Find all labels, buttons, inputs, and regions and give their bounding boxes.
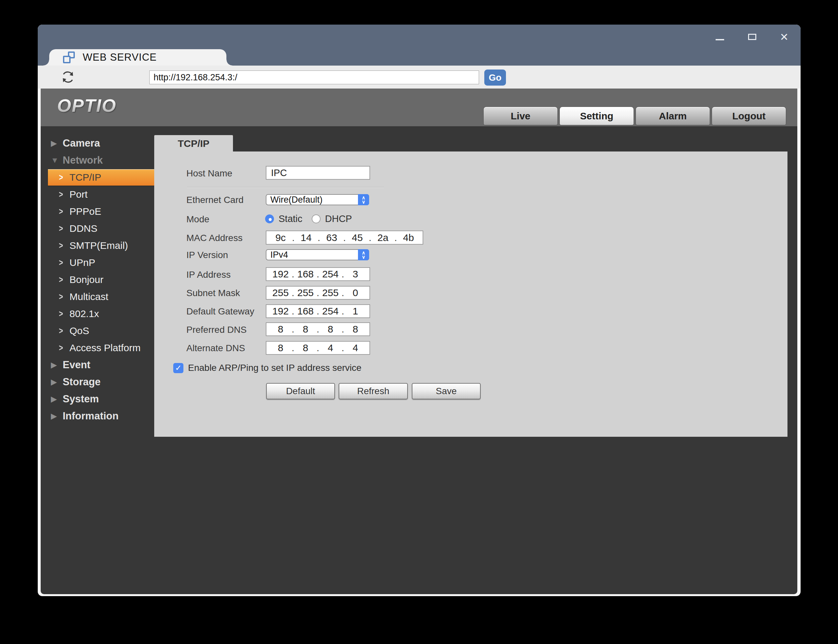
chevron-right-icon: >: [59, 309, 63, 319]
browser-toolbar: Go: [38, 66, 800, 89]
close-icon: ✕: [780, 32, 789, 42]
tcpip-settings-panel: Host Name Ethernet Card Wire(Default) ∧∨…: [154, 151, 787, 437]
nav-logout-button[interactable]: Logout: [712, 107, 786, 125]
default-gateway-input[interactable]: 192. 168. 254. 1: [266, 304, 370, 318]
window-controls: ✕: [715, 25, 789, 49]
tab-tcpip[interactable]: TCP/IP: [154, 135, 233, 152]
triangle-down-icon: ▼: [51, 156, 59, 165]
sidebar-item-system[interactable]: ▶ System: [41, 391, 154, 407]
row-divider: [187, 187, 384, 187]
mac-address-label: MAC Address: [186, 233, 242, 243]
sidebar-item-8021x[interactable]: > 802.1x: [48, 306, 154, 322]
default-gateway-label: Default Gateway: [186, 306, 254, 317]
chevron-right-icon: >: [59, 292, 63, 302]
chevron-right-icon: >: [59, 343, 63, 353]
arp-ping-checkbox[interactable]: ✓: [173, 363, 183, 373]
chevron-right-icon: >: [59, 241, 63, 251]
go-button[interactable]: Go: [484, 69, 506, 85]
nav-setting-button[interactable]: Setting: [560, 107, 634, 125]
arp-ping-row: ✓ Enable ARP/Ping to set IP address serv…: [173, 363, 362, 373]
chevron-right-icon: >: [59, 207, 63, 217]
check-icon: ✓: [175, 363, 181, 373]
brand-logo: OPTIO: [57, 95, 117, 116]
sidebar-item-bonjour[interactable]: > Bonjour: [48, 271, 154, 288]
save-button[interactable]: Save: [412, 383, 481, 399]
sidebar-item-network[interactable]: ▼ Network: [41, 152, 154, 169]
window-titlebar: ✕: [38, 25, 800, 49]
ethernet-card-label: Ethernet Card: [186, 195, 244, 205]
nav-live-button[interactable]: Live: [483, 107, 558, 125]
triangle-right-icon: ▶: [51, 394, 59, 404]
refresh-button[interactable]: [60, 69, 76, 85]
close-button[interactable]: ✕: [780, 33, 789, 42]
page-header: OPTIO Live Setting Alarm Logout: [41, 89, 797, 126]
sidebar-item-tcpip[interactable]: > TCP/IP: [48, 169, 154, 186]
mode-label: Mode: [186, 214, 209, 225]
nav-alarm-button[interactable]: Alarm: [635, 107, 710, 125]
triangle-right-icon: ▶: [51, 139, 59, 148]
select-spinner-icon: ∧∨: [358, 194, 369, 205]
triangle-right-icon: ▶: [51, 412, 59, 421]
minimize-icon: [716, 39, 724, 40]
maximize-button[interactable]: [747, 33, 757, 42]
radio-dhcp-label: DHCP: [325, 214, 352, 224]
maximize-icon: [748, 34, 756, 40]
refresh-settings-button[interactable]: Refresh: [339, 383, 408, 399]
chevron-right-icon: >: [59, 275, 63, 285]
ip-address-input[interactable]: 192. 168. 254. 3: [266, 267, 370, 281]
browser-tab[interactable]: WEB SERVICE: [49, 49, 226, 66]
subnet-mask-input[interactable]: 255. 255. 255. 0: [266, 286, 370, 300]
sidebar-item-port[interactable]: > Port: [48, 186, 154, 203]
sidebar-item-smtp[interactable]: > SMTP(Email): [48, 237, 154, 254]
minimize-button[interactable]: [715, 33, 724, 42]
host-name-input[interactable]: [266, 166, 370, 180]
preferred-dns-input[interactable]: 8. 8. 8. 8: [266, 322, 370, 336]
url-input[interactable]: [149, 71, 479, 84]
radio-static[interactable]: [265, 214, 274, 223]
ip-address-label: IP Address: [186, 269, 230, 280]
pages-icon: [63, 51, 75, 63]
radio-dhcp[interactable]: [312, 214, 321, 223]
sidebar-item-pppoe[interactable]: > PPPoE: [48, 203, 154, 220]
browser-tabstrip: WEB SERVICE: [38, 49, 800, 66]
mac-address-input[interactable]: 9c. 14. 63. 45. 2a. 4b: [266, 230, 423, 245]
sidebar-item-access-platform[interactable]: > Access Platform: [48, 340, 154, 356]
mode-radio-group: Static DHCP: [265, 214, 361, 223]
sidebar-item-ddns[interactable]: > DDNS: [48, 220, 154, 237]
sidebar-item-upnp[interactable]: > UPnP: [48, 255, 154, 271]
alternate-dns-input[interactable]: 8. 8. 4. 4: [266, 341, 370, 355]
sidebar-item-camera[interactable]: ▶ Camera: [41, 135, 154, 152]
alternate-dns-label: Alternate DNS: [186, 343, 245, 353]
chevron-right-icon: >: [59, 223, 63, 234]
ip-version-label: IP Version: [186, 250, 228, 260]
chevron-right-icon: >: [59, 258, 63, 268]
sidebar-item-storage[interactable]: ▶ Storage: [41, 373, 154, 391]
tab-title: WEB SERVICE: [83, 51, 157, 63]
triangle-right-icon: ▶: [51, 360, 59, 370]
sidebar-item-event[interactable]: ▶ Event: [41, 356, 154, 373]
triangle-right-icon: ▶: [51, 378, 59, 387]
settings-sidebar: ▶ Camera ▼ Network > TCP/IP > Port > P: [41, 135, 154, 425]
chevron-right-icon: >: [59, 189, 63, 200]
chevron-right-icon: >: [59, 326, 63, 336]
web-page: OPTIO Live Setting Alarm Logout ▶ Camera…: [41, 89, 797, 594]
preferred-dns-label: Preferred DNS: [186, 325, 247, 335]
arp-ping-label: Enable ARP/Ping to set IP address servic…: [188, 363, 362, 373]
main-nav: Live Setting Alarm Logout: [483, 107, 786, 125]
default-button[interactable]: Default: [266, 383, 335, 399]
sidebar-item-multicast[interactable]: > Multicast: [48, 289, 154, 305]
desktop-background: ✕ WEB SERVICE Go: [0, 0, 838, 644]
host-name-label: Host Name: [186, 168, 232, 179]
ethernet-card-select[interactable]: Wire(Default) ∧∨: [266, 194, 369, 205]
refresh-icon: [60, 69, 76, 85]
browser-window: ✕ WEB SERVICE Go: [38, 25, 800, 596]
radio-static-label: Static: [278, 214, 303, 224]
sidebar-item-information[interactable]: ▶ Information: [41, 407, 154, 425]
sidebar-item-qos[interactable]: > QoS: [48, 323, 154, 339]
ip-version-select[interactable]: IPv4 ∧∨: [266, 249, 369, 260]
chevron-right-icon: >: [59, 172, 63, 182]
select-spinner-icon: ∧∨: [358, 249, 369, 260]
subnet-mask-label: Subnet Mask: [186, 288, 240, 298]
